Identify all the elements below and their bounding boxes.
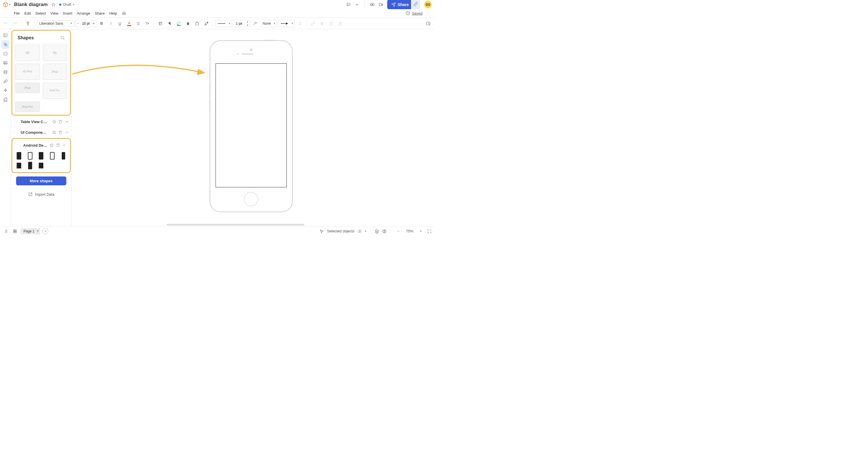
bold-button[interactable]: B	[98, 20, 105, 28]
zoom-value[interactable]: 75%	[405, 229, 414, 233]
rail-data-icon[interactable]	[1, 68, 10, 76]
line-style-select[interactable]	[215, 20, 232, 27]
saved-status[interactable]: Saved	[412, 11, 423, 15]
rail-image-icon[interactable]	[1, 59, 10, 67]
menu-file[interactable]: File	[11, 10, 22, 17]
android-shape-6[interactable]	[17, 162, 21, 169]
phone-screen[interactable]	[216, 63, 287, 187]
redo-button[interactable]	[11, 20, 19, 28]
menu-select[interactable]: Select	[33, 10, 48, 17]
link-button[interactable]	[309, 20, 317, 28]
fill-shape-button[interactable]	[156, 20, 164, 28]
document-title[interactable]: Blank diagram	[14, 2, 48, 7]
canvas-area[interactable]	[72, 29, 434, 226]
shape-iphone-se[interactable]: SE	[15, 45, 40, 61]
star-icon[interactable]	[52, 130, 57, 134]
format-painter-button[interactable]	[24, 20, 32, 28]
shape-ipad-pro-portrait[interactable]: iPad Pro	[43, 83, 67, 99]
rail-sparkle-icon[interactable]	[1, 86, 10, 95]
page-select[interactable]: Page 1	[21, 228, 40, 234]
horizontal-scrollbar[interactable]	[166, 224, 304, 225]
text-color-button[interactable]: A	[125, 20, 133, 28]
shape-ipad-portrait[interactable]: iPad	[43, 64, 67, 80]
rail-shapes-icon[interactable]	[1, 40, 10, 49]
magic-button[interactable]	[203, 20, 210, 28]
fill-color-button[interactable]	[166, 20, 174, 28]
rail-rocket-icon[interactable]	[1, 77, 10, 86]
android-shape-2[interactable]	[28, 152, 32, 160]
panel-toggle-button[interactable]	[424, 20, 432, 28]
menu-help[interactable]: Help	[107, 10, 119, 17]
align-button[interactable]	[134, 20, 143, 28]
font-size-increase[interactable]: +	[91, 20, 96, 27]
record-icon[interactable]	[379, 2, 383, 7]
section-android[interactable]: ⋮⋮ Android Devi…	[13, 140, 69, 150]
draft-status[interactable]: Draft ▾	[59, 2, 74, 7]
menu-view[interactable]: View	[48, 10, 61, 17]
lock-button[interactable]	[327, 20, 335, 28]
trash-icon[interactable]	[58, 130, 63, 134]
arrow-start-select[interactable]: None	[260, 20, 277, 27]
chevron-up-icon[interactable]	[62, 143, 67, 148]
menu-arrange[interactable]: Arrange	[74, 10, 92, 17]
list-view-icon[interactable]	[2, 228, 9, 235]
swap-arrows-button[interactable]	[296, 20, 304, 28]
app-logo[interactable]: ▾	[2, 1, 11, 8]
star-icon[interactable]	[50, 143, 54, 148]
zoom-in-button[interactable]: +	[417, 228, 424, 235]
share-button[interactable]: Share	[387, 0, 413, 9]
accessibility-icon[interactable]	[382, 229, 386, 233]
user-avatar[interactable]: DS	[424, 1, 432, 8]
opacity-button[interactable]	[184, 20, 192, 28]
grid-view-icon[interactable]	[11, 228, 19, 235]
undo-button[interactable]	[2, 20, 10, 28]
underline-button[interactable]: U	[116, 20, 124, 28]
drag-handle-icon[interactable]: ⋮⋮	[16, 144, 22, 147]
line-width-down[interactable]: ▾	[245, 24, 250, 27]
selection-cursor-icon[interactable]	[319, 229, 324, 233]
present-icon[interactable]	[370, 2, 375, 7]
font-size-input[interactable]	[81, 22, 91, 26]
shape-ipad-landscape[interactable]: iPad	[15, 83, 40, 93]
android-shape-4[interactable]	[50, 152, 55, 160]
action-button[interactable]	[318, 20, 326, 28]
rail-plugin-icon[interactable]	[1, 95, 10, 104]
selection-dropdown[interactable]: ▾	[365, 229, 366, 233]
unlock-button[interactable]	[336, 20, 344, 28]
drag-handle-icon[interactable]: ⋮⋮	[13, 120, 19, 123]
line-curve-button[interactable]	[251, 20, 259, 28]
menu-share[interactable]: Share	[92, 10, 107, 17]
drag-handle-icon[interactable]: ⋮⋮	[13, 131, 19, 134]
star-icon[interactable]	[52, 119, 57, 124]
chevron-down-icon[interactable]	[65, 119, 69, 124]
arrow-end-select[interactable]	[278, 20, 295, 27]
shape-style-button[interactable]	[193, 20, 201, 28]
zoom-out-button[interactable]: −	[395, 228, 402, 235]
text-format-button[interactable]: T▾	[144, 20, 152, 28]
rail-layout-icon[interactable]	[1, 31, 10, 40]
trash-icon[interactable]	[56, 143, 60, 148]
favorite-star-icon[interactable]	[51, 2, 56, 7]
add-page-button[interactable]: +	[42, 228, 48, 234]
phone-mockup-shape[interactable]	[210, 40, 293, 212]
italic-button[interactable]: I	[107, 20, 115, 28]
shape-ipad-pro-landscape[interactable]: iPad Pro	[15, 101, 40, 112]
rail-container-icon[interactable]	[1, 49, 10, 58]
menu-edit[interactable]: Edit	[22, 10, 33, 17]
line-width-up[interactable]: ▴	[245, 20, 250, 24]
section-ui-components[interactable]: ⋮⋮ UI Compone…	[11, 127, 71, 137]
more-shapes-button[interactable]: More shapes	[16, 177, 66, 185]
comment-icon[interactable]	[346, 2, 351, 7]
binoculars-icon[interactable]	[122, 11, 126, 15]
search-shapes-icon[interactable]	[60, 36, 65, 40]
share-link-button[interactable]	[411, 0, 420, 9]
android-shape-1[interactable]	[17, 152, 21, 160]
trash-icon[interactable]	[58, 119, 63, 124]
font-size-decrease[interactable]: −	[75, 20, 81, 27]
line-width-input[interactable]	[234, 22, 245, 26]
android-shape-5[interactable]	[62, 152, 65, 160]
shape-iphone-6s[interactable]: 6S	[43, 45, 67, 61]
border-color-button[interactable]	[175, 20, 183, 28]
import-data-button[interactable]: Import Data	[11, 188, 71, 200]
phone-home-button[interactable]	[244, 192, 258, 206]
